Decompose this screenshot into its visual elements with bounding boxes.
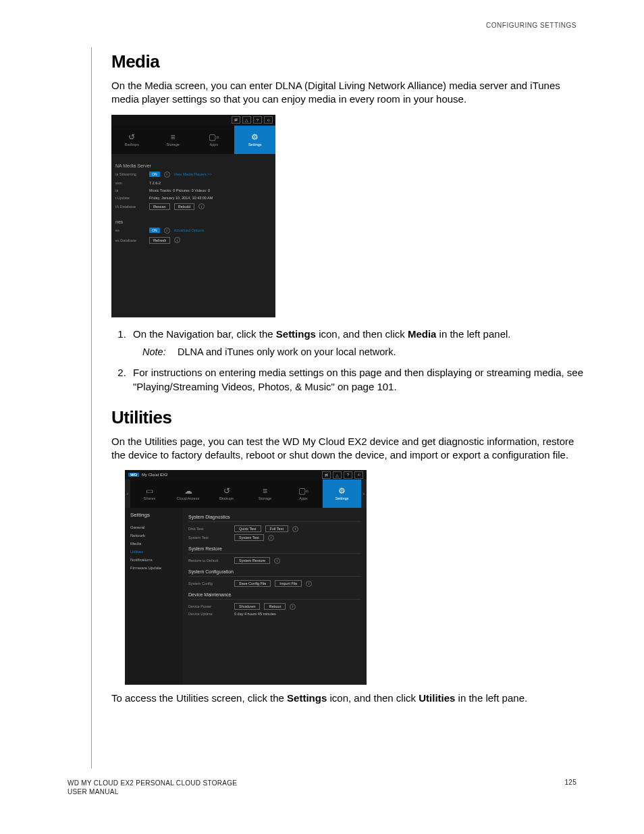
- streaming-label: ia Streaming: [115, 172, 145, 176]
- last-update-value: Friday, January 10, 2014, 10:43:00 AM: [149, 196, 213, 200]
- media-screenshot: ⇌ △ ? ⎋ ↺ Backups ≡ Storage ▢▫ Apps: [111, 115, 275, 317]
- bell-icon: △: [333, 471, 342, 479]
- system-diagnostics-title: System Diagnostics: [188, 515, 361, 522]
- sidebar-item-notifications[interactable]: Notifications: [130, 556, 183, 564]
- nav-storage-label: Storage: [166, 142, 179, 147]
- info-icon[interactable]: i: [268, 535, 274, 541]
- shutdown-button[interactable]: Shutdown: [234, 603, 260, 610]
- info-icon[interactable]: i: [290, 604, 296, 610]
- step1-settings: Settings: [276, 328, 316, 340]
- info-icon[interactable]: i: [198, 203, 205, 209]
- nav-apps[interactable]: ▢▫ Apps: [194, 126, 235, 154]
- nav-cloud-label: Cloud Access: [177, 496, 199, 500]
- nav-apps-label: Apps: [210, 142, 219, 147]
- dlna-section-title: NA Media Server: [115, 163, 271, 168]
- rebuild-button[interactable]: Rebuild: [174, 203, 195, 210]
- info-icon[interactable]: i: [292, 526, 298, 532]
- closing-utilities: Utilities: [419, 692, 455, 704]
- device-uptime-value: 0 day 4 hours 45 minutes: [234, 612, 276, 616]
- settings-header: Settings: [130, 512, 183, 518]
- media-counts-value: Music Tracks: 0 Pictures: 0 Videos: 0: [149, 188, 210, 192]
- nav-settings[interactable]: ⚙ Settings: [234, 126, 275, 154]
- info-icon[interactable]: i: [306, 581, 312, 587]
- nav-backups[interactable]: ↺ Backups: [111, 126, 153, 154]
- info-icon[interactable]: i: [164, 172, 170, 178]
- closing-text-a: To access the Utilities screen, click th…: [111, 692, 287, 704]
- nav-storage-label: Storage: [259, 496, 271, 500]
- version-label: sion: [115, 181, 145, 185]
- utilities-closing: To access the Utilities screen, click th…: [111, 692, 584, 705]
- system-config-label: System Config: [188, 581, 230, 585]
- refresh-button[interactable]: Refresh: [149, 237, 170, 244]
- device-power-label: Device Power: [188, 604, 230, 608]
- apps-icon: ▢▫: [298, 487, 308, 495]
- nav-cloud-access[interactable]: ☁ Cloud Access: [169, 479, 207, 508]
- note-label: Note:: [142, 346, 178, 357]
- help-icon: ?: [253, 116, 262, 124]
- info-icon[interactable]: i: [164, 228, 170, 234]
- wd-logo: WD: [128, 473, 139, 477]
- system-restore-button[interactable]: System Restore: [234, 557, 270, 564]
- apps-icon: ▢▫: [209, 133, 219, 141]
- nav-settings-label: Settings: [336, 496, 349, 500]
- quick-test-button[interactable]: Quick Test: [234, 525, 261, 532]
- sidebar-item-media[interactable]: Media: [130, 540, 183, 548]
- import-file-button[interactable]: Import File: [275, 580, 302, 587]
- nav-settings[interactable]: ⚙ Settings: [323, 479, 361, 508]
- reboot-button[interactable]: Reboot: [264, 603, 286, 610]
- media-counts-label: ia: [115, 188, 145, 192]
- rescan-button[interactable]: Rescan: [149, 203, 170, 210]
- utilities-screenshot: WD My Cloud EX2 ⇌ △ ? ⎋ ‹ ▭ Shares ☁: [125, 470, 367, 685]
- vertical-rule: [91, 47, 92, 768]
- step1-text-b: icon, and then click: [316, 328, 408, 340]
- usb-icon: ⇌: [232, 116, 240, 124]
- nav-scroll-left[interactable]: ‹: [125, 479, 130, 508]
- nav-shares[interactable]: ▭ Shares: [130, 479, 169, 508]
- media-heading: Media: [111, 51, 584, 72]
- nav-scroll-right[interactable]: ›: [361, 479, 367, 508]
- footer-manual: USER MANUAL: [68, 788, 119, 796]
- folder-icon: ▭: [146, 487, 153, 495]
- itunes-db-label: es Database: [115, 238, 145, 242]
- last-update-label: t Update: [115, 196, 145, 200]
- step1-media: Media: [408, 328, 437, 340]
- nav-apps[interactable]: ▢▫ Apps: [284, 479, 323, 508]
- nav-storage[interactable]: ≡ Storage: [153, 126, 194, 154]
- sidebar-item-firmware[interactable]: Firmware Update: [130, 564, 183, 572]
- page-number: 125: [564, 779, 576, 796]
- step-2: For instructions on entering media setti…: [129, 365, 584, 394]
- advanced-options-link[interactable]: Advanced Options: [174, 228, 205, 232]
- system-restore-title: System Restore: [188, 546, 361, 554]
- cloud-icon: ☁: [184, 487, 192, 495]
- utilities-intro: On the Utilities page, you can test the …: [111, 435, 584, 463]
- closing-text-b: icon, and then click: [327, 692, 419, 704]
- sidebar-item-general[interactable]: General: [130, 523, 183, 531]
- user-icon: ⎋: [264, 116, 273, 124]
- system-test-button[interactable]: System Test: [234, 534, 264, 541]
- user-icon: ⎋: [354, 471, 363, 479]
- note-text: DLNA and iTunes only work on your local …: [178, 346, 396, 357]
- itunes-toggle[interactable]: ON: [149, 228, 160, 233]
- full-test-button[interactable]: Full Test: [265, 525, 288, 532]
- nav-apps-label: Apps: [299, 496, 308, 500]
- gear-icon: ⚙: [338, 487, 346, 495]
- info-icon[interactable]: i: [174, 237, 180, 243]
- nav-storage[interactable]: ≡ Storage: [246, 479, 284, 508]
- device-uptime-label: Device Uptime: [188, 612, 230, 616]
- sidebar-item-network[interactable]: Network: [130, 531, 183, 540]
- clock-icon: ↺: [223, 487, 230, 495]
- running-header: CONFIGURING SETTINGS: [486, 22, 576, 29]
- view-media-players-link[interactable]: View Media Players >>: [174, 172, 212, 176]
- info-icon[interactable]: i: [274, 558, 280, 564]
- device-maintenance-title: Device Maintenance: [188, 592, 361, 600]
- streaming-toggle[interactable]: ON: [149, 172, 160, 177]
- nav-backups[interactable]: ↺ Backups: [207, 479, 246, 508]
- bell-icon: △: [242, 116, 251, 124]
- nav-shares-label: Shares: [144, 496, 155, 500]
- sidebar-item-utilities[interactable]: Utilities: [130, 548, 183, 556]
- usb-icon: ⇌: [322, 471, 331, 479]
- system-test-label: System Test: [188, 536, 230, 540]
- footer-product: WD MY CLOUD EX2 PERSONAL CLOUD STORAGE: [68, 779, 237, 787]
- save-config-button[interactable]: Save Config File: [234, 580, 271, 587]
- clock-icon: ↺: [128, 133, 135, 141]
